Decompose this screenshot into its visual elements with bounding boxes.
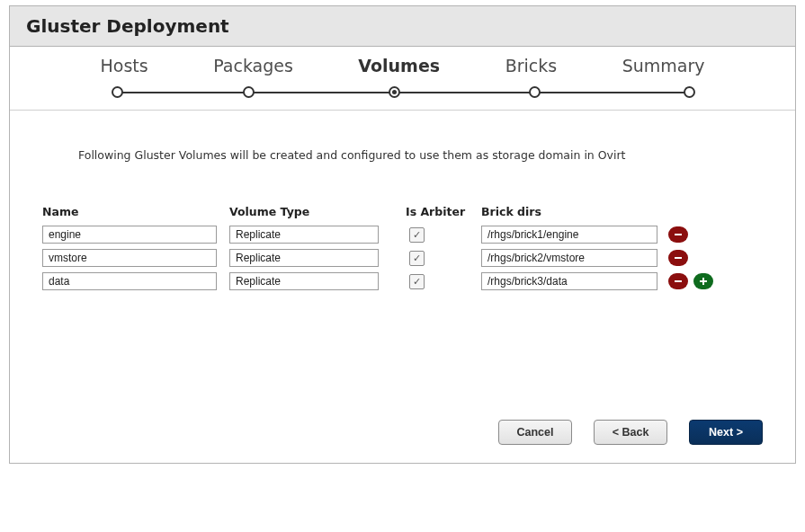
wizard-step-bar: Hosts Packages Volumes Bricks Summary bbox=[10, 47, 795, 111]
svg-rect-2 bbox=[675, 280, 682, 282]
volume-type-input[interactable] bbox=[229, 272, 379, 290]
step-dot-hosts[interactable] bbox=[112, 86, 123, 98]
next-button[interactable]: Next > bbox=[689, 420, 763, 445]
add-row-button[interactable] bbox=[693, 273, 713, 289]
brick-dir-input[interactable] bbox=[481, 226, 657, 244]
minus-icon bbox=[674, 230, 683, 239]
cancel-button[interactable]: Cancel bbox=[498, 420, 572, 445]
col-header-type: Volume Type bbox=[229, 205, 406, 218]
svg-rect-4 bbox=[702, 278, 704, 285]
remove-row-button[interactable] bbox=[668, 250, 688, 266]
remove-row-button[interactable] bbox=[668, 273, 688, 289]
volume-type-input[interactable] bbox=[229, 226, 379, 244]
col-header-brick: Brick dirs bbox=[481, 205, 661, 218]
wizard-title-bar: Gluster Deployment bbox=[10, 6, 795, 47]
grid-row: ✓ bbox=[42, 226, 763, 244]
wizard-body: Following Gluster Volumes will be create… bbox=[10, 111, 795, 463]
step-line bbox=[117, 92, 689, 93]
svg-rect-1 bbox=[675, 257, 682, 259]
grid-row: ✓ bbox=[42, 249, 763, 267]
arbiter-checkbox[interactable]: ✓ bbox=[409, 274, 425, 289]
step-bricks[interactable]: Bricks bbox=[502, 56, 560, 75]
grid-row: ✓ bbox=[42, 272, 763, 290]
step-dot-packages[interactable] bbox=[243, 86, 255, 98]
volume-name-input[interactable] bbox=[42, 249, 217, 267]
arbiter-checkbox[interactable]: ✓ bbox=[409, 251, 425, 266]
wizard-dialog: Gluster Deployment Hosts Packages Volume… bbox=[9, 5, 796, 464]
wizard-title: Gluster Deployment bbox=[26, 15, 229, 37]
wizard-footer: Cancel < Back Next > bbox=[498, 420, 763, 445]
brick-dir-input[interactable] bbox=[481, 272, 657, 290]
minus-icon bbox=[674, 253, 683, 262]
volume-type-input[interactable] bbox=[229, 249, 379, 267]
step-labels: Hosts Packages Volumes Bricks Summary bbox=[97, 56, 709, 75]
arbiter-checkbox[interactable]: ✓ bbox=[409, 227, 425, 243]
intro-text: Following Gluster Volumes will be create… bbox=[78, 148, 763, 162]
svg-rect-0 bbox=[675, 234, 682, 235]
step-dot-volumes[interactable] bbox=[389, 86, 400, 98]
volumes-grid: Name Volume Type Is Arbiter Brick dirs ✓ bbox=[42, 205, 763, 290]
volume-name-input[interactable] bbox=[42, 226, 217, 244]
minus-icon bbox=[674, 277, 683, 286]
col-header-name: Name bbox=[42, 205, 229, 218]
step-hosts[interactable]: Hosts bbox=[97, 56, 152, 75]
step-dot-bricks[interactable] bbox=[529, 86, 541, 98]
step-volumes[interactable]: Volumes bbox=[354, 56, 443, 75]
grid-header: Name Volume Type Is Arbiter Brick dirs bbox=[42, 205, 763, 218]
volume-name-input[interactable] bbox=[42, 272, 217, 290]
brick-dir-input[interactable] bbox=[481, 249, 657, 267]
back-button[interactable]: < Back bbox=[594, 420, 667, 445]
step-summary[interactable]: Summary bbox=[619, 56, 709, 75]
step-packages[interactable]: Packages bbox=[210, 56, 297, 75]
step-dot-summary[interactable] bbox=[684, 86, 695, 98]
col-header-arbiter: Is Arbiter bbox=[406, 205, 481, 218]
plus-icon bbox=[699, 277, 708, 286]
remove-row-button[interactable] bbox=[668, 226, 688, 243]
step-track bbox=[117, 86, 689, 99]
